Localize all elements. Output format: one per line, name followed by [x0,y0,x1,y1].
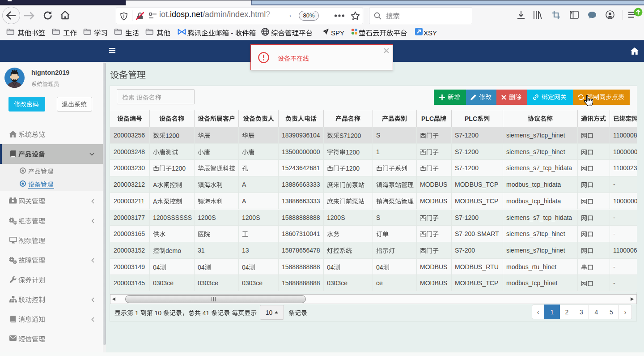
svg-text:A: A [153,198,157,205]
svg-text:-: - [229,29,235,37]
svg-text:04: 04 [242,264,249,271]
svg-text:04: 04 [153,264,160,271]
svg-text:1200: 1200 [346,165,360,172]
svg-text:04: 04 [327,264,334,271]
svg-text:41: 41 [201,309,211,317]
svg-text:demo: demo [165,247,181,254]
svg-text:04: 04 [376,264,383,271]
svg-text:10: 10 [153,309,163,317]
svg-text:S71200: S71200 [339,132,361,139]
svg-text:1200: 1200 [172,165,186,172]
svg-text:1200: 1200 [165,132,179,139]
svg-text:PLC: PLC [421,115,434,122]
svg-text:A: A [153,181,157,189]
svg-text:1: 1 [133,309,140,317]
svg-text:1200: 1200 [346,149,360,156]
svg-text:PLC: PLC [465,115,477,122]
svg-text:04: 04 [198,264,205,271]
